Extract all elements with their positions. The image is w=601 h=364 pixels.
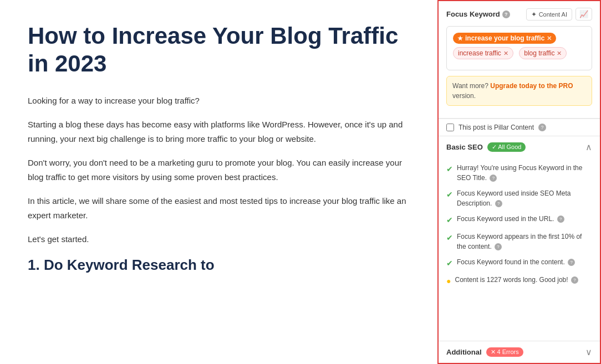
check-icon-2: ✔ [446,189,453,201]
ai-sparkle-icon: ✦ [531,11,537,18]
secondary-keyword-tag-2[interactable]: blog traffic ✕ [519,47,567,59]
basic-seo-header[interactable]: Basic SEO ✓ All Good ∧ [439,136,600,158]
primary-keyword-close-icon[interactable]: ✕ [547,35,552,42]
basic-seo-chevron-up-icon: ∧ [585,142,592,152]
check-3-help-icon[interactable]: ? [557,216,564,223]
content-ai-label: Content AI [539,11,567,18]
post-subtitle: 1. Do Keyword Research to [28,257,410,274]
seo-panel: Focus Keyword ? ✦ Content AI 📈 ★ increas… [437,0,601,364]
trend-icon: 📈 [579,10,588,18]
content-area: How to Increase Your Blog Traffic in 202… [0,0,437,364]
secondary-keyword-2-text: blog traffic [524,49,554,57]
seo-check-item-6: ● Content is 1227 words long. Good job! … [446,272,592,290]
basic-seo-section: Basic SEO ✓ All Good ∧ ✔ Hurray! You're … [439,136,600,296]
check-5-help-icon[interactable]: ? [568,259,575,266]
errors-badge: ✕ 4 Errors [486,347,523,357]
pillar-content-label: This post is Pillar Content [459,124,534,131]
seo-check-item-2: ✔ Focus Keyword used inside SEO Meta Des… [446,186,592,211]
focus-keyword-help-icon[interactable]: ? [502,11,510,18]
primary-keyword-tag[interactable]: ★ increase your blog traffic ✕ [453,33,556,44]
fk-title-container: Focus Keyword ? [446,10,510,18]
check-icon-4: ✔ [446,232,453,244]
trend-button[interactable]: 📈 [575,8,592,20]
fk-header-right: ✦ Content AI 📈 [526,8,592,20]
secondary-keyword-tag-1[interactable]: increase traffic ✕ [453,47,513,59]
upgrade-link[interactable]: Upgrade today to the PRO [490,82,573,90]
basic-seo-header-left: Basic SEO ✓ All Good [446,142,526,152]
check-text-1: Hurray! You're using Focus Keyword in th… [457,163,592,183]
check-4-help-icon[interactable]: ? [495,243,502,250]
paragraph-5: Let's get started. [28,232,410,247]
additional-title: Additional [446,348,482,356]
seo-check-item-4: ✔ Focus Keyword appears in the first 10%… [446,229,592,254]
additional-section-header[interactable]: Additional ✕ 4 Errors ∨ [439,341,600,363]
focus-keyword-section: Focus Keyword ? ✦ Content AI 📈 ★ increas… [439,1,600,119]
check-text-2: Focus Keyword used inside SEO Meta Descr… [457,188,592,208]
post-title: How to Increase Your Blog Traffic in 202… [28,22,410,78]
upgrade-text: Want more? [452,82,488,90]
check-text-6: Content is 1227 words long. Good job! ? [455,275,592,285]
basic-seo-title: Basic SEO [446,143,483,151]
check-icon-5: ✔ [446,258,453,269]
secondary-keyword-1-text: increase traffic [458,49,501,57]
check-text-4: Focus Keyword appears in the first 10% o… [457,232,592,252]
post-body: Looking for a way to increase your blog … [28,94,410,247]
star-icon: ★ [457,35,463,42]
additional-chevron-down-icon: ∨ [585,347,592,357]
seo-check-item-5: ✔ Focus Keyword found in the content. ? [446,254,592,272]
additional-header-left: Additional ✕ 4 Errors [446,347,523,357]
content-ai-button[interactable]: ✦ Content AI [526,8,572,20]
fk-header: Focus Keyword ? ✦ Content AI 📈 [446,8,592,20]
secondary-keyword-2-close-icon[interactable]: ✕ [557,50,562,57]
secondary-keyword-1-close-icon[interactable]: ✕ [503,50,508,57]
check-1-help-icon[interactable]: ? [490,175,497,182]
check-icon-6: ● [446,275,451,287]
focus-keyword-label: Focus Keyword [446,10,500,18]
paragraph-2: Starting a blog these days has become ea… [28,117,410,146]
paragraph-4: In this article, we will share some of t… [28,194,410,222]
check-2-help-icon[interactable]: ? [495,200,502,207]
check-icon-3: ✔ [446,214,453,226]
upgrade-suffix: version. [452,92,476,100]
pillar-content-help-icon[interactable]: ? [538,124,546,131]
paragraph-1: Looking for a way to increase your blog … [28,94,410,108]
seo-checks-list: ✔ Hurray! You're using Focus Keyword in … [439,158,600,296]
paragraph-3: Don't worry, you don't need to be a mark… [28,156,410,184]
seo-check-item-1: ✔ Hurray! You're using Focus Keyword in … [446,160,592,186]
pillar-content-row: This post is Pillar Content ? [439,119,600,136]
primary-keyword-text: increase your blog traffic [465,34,544,42]
check-6-help-icon[interactable]: ? [571,276,578,284]
additional-section: Additional ✕ 4 Errors ∨ [439,341,600,363]
check-icon-1: ✔ [446,163,453,175]
seo-check-item-3: ✔ Focus Keyword used in the URL. ? [446,211,592,229]
upgrade-banner: Want more? Upgrade today to the PRO vers… [446,76,592,106]
all-good-badge: ✓ All Good [487,142,526,152]
check-text-5: Focus Keyword found in the content. ? [457,257,592,267]
pillar-content-checkbox[interactable] [446,124,454,131]
check-text-3: Focus Keyword used in the URL. ? [457,214,592,224]
keyword-tags-area[interactable]: ★ increase your blog traffic ✕ increase … [446,26,592,70]
